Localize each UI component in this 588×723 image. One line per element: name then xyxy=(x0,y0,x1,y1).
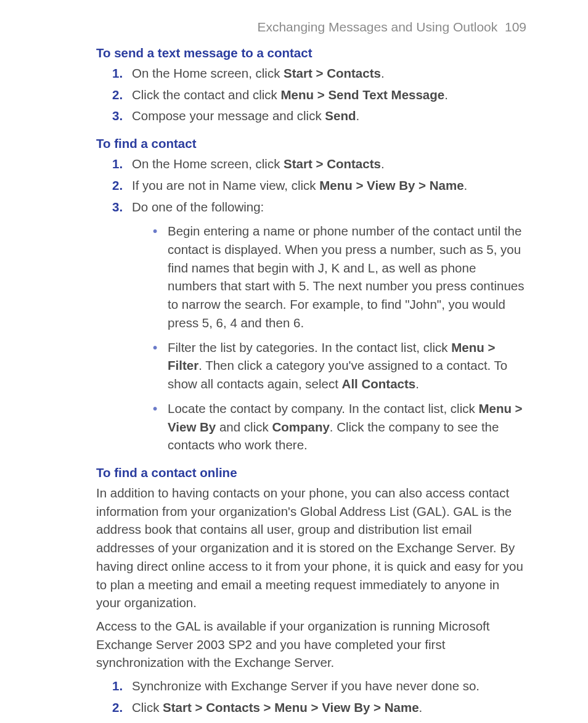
list-item: 3.Do one of the following: •Begin enteri… xyxy=(112,198,526,454)
list-number: 1. xyxy=(112,64,123,83)
paragraph: Access to the GAL is available if your o… xyxy=(96,617,526,672)
list-number: 3. xyxy=(112,107,123,125)
text: . xyxy=(415,377,419,391)
list-item: 2.Click the contact and click Menu > Sen… xyxy=(112,86,526,104)
text: . xyxy=(444,88,448,102)
bold-text: Send xyxy=(325,108,356,123)
text: Compose your message and click xyxy=(132,108,325,123)
text: On the Home screen, click xyxy=(132,157,284,171)
text: . Then click a category you've assigned … xyxy=(168,358,507,391)
bullet-icon: • xyxy=(153,222,157,240)
bullet-icon: • xyxy=(153,338,157,357)
bullet-icon: • xyxy=(153,399,157,418)
bold-text: Start > Contacts xyxy=(284,66,381,80)
text: Click the contact and click xyxy=(132,88,281,102)
list-number: 1. xyxy=(112,677,123,695)
section-title-send-text: To send a text message to a contact xyxy=(96,46,526,60)
list-find-online: 1.Synchronize with Exchange Server if yo… xyxy=(112,677,526,716)
list-item: 2.If you are not in Name view, click Men… xyxy=(112,176,526,195)
list-number: 3. xyxy=(112,198,123,216)
text: . xyxy=(419,700,423,714)
text: Begin entering a name or phone number of… xyxy=(168,224,524,330)
page-header: Exchanging Messages and Using Outlook 10… xyxy=(96,20,526,35)
list-find-contact: 1.On the Home screen, click Start > Cont… xyxy=(112,155,526,454)
list-number: 2. xyxy=(112,176,123,195)
paragraph: In addition to having contacts on your p… xyxy=(96,484,526,612)
list-item: 2.Click Start > Contacts > Menu > View B… xyxy=(112,698,526,717)
bold-text: Menu > View By > Name xyxy=(319,178,463,192)
text: Do one of the following: xyxy=(132,200,264,214)
bullet-item: •Begin entering a name or phone number o… xyxy=(153,222,526,332)
list-send-text: 1.On the Home screen, click Start > Cont… xyxy=(112,64,526,125)
text: . xyxy=(464,178,468,192)
text: Click xyxy=(132,700,163,714)
bold-text: All Contacts xyxy=(342,377,416,391)
text: . xyxy=(381,157,385,171)
text: Synchronize with Exchange Server if you … xyxy=(132,679,480,693)
list-item: 1.Synchronize with Exchange Server if yo… xyxy=(112,677,526,695)
bullet-item: •Filter the list by categories. In the c… xyxy=(153,338,526,393)
text: and click xyxy=(216,420,272,434)
list-item: 3.Compose your message and click Send. xyxy=(112,107,526,125)
section-title-find-contact: To find a contact xyxy=(96,136,526,151)
list-item: 1.On the Home screen, click Start > Cont… xyxy=(112,64,526,83)
document-page: Exchanging Messages and Using Outlook 10… xyxy=(0,0,588,723)
text: On the Home screen, click xyxy=(132,66,284,80)
text: Locate the contact by company. In the co… xyxy=(168,401,478,415)
text: Filter the list by categories. In the co… xyxy=(168,340,451,354)
bold-text: Menu > Send Text Message xyxy=(281,88,445,102)
list-number: 2. xyxy=(112,86,123,104)
list-number: 2. xyxy=(112,698,123,717)
text: . xyxy=(381,66,385,80)
bold-text: Start > Contacts > Menu > View By > Name xyxy=(163,700,419,714)
page-number: 109 xyxy=(505,20,526,34)
bold-text: Start > Contacts xyxy=(284,157,381,171)
list-item: 1.On the Home screen, click Start > Cont… xyxy=(112,155,526,173)
list-number: 1. xyxy=(112,155,123,173)
header-title: Exchanging Messages and Using Outlook xyxy=(257,20,497,34)
section-title-find-online: To find a contact online xyxy=(96,465,526,480)
bold-text: Company xyxy=(272,420,329,434)
bullet-list: •Begin entering a name or phone number o… xyxy=(153,222,526,454)
bullet-item: •Locate the contact by company. In the c… xyxy=(153,399,526,454)
text: . xyxy=(356,108,359,123)
text: If you are not in Name view, click xyxy=(132,178,319,192)
